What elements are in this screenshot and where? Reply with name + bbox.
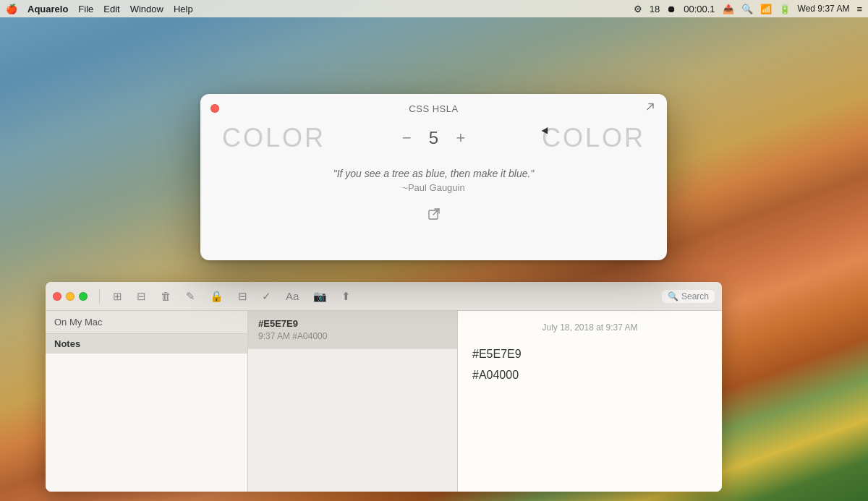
table-icon[interactable]: ⊟	[234, 288, 252, 305]
menubar: 🍎 Aquarelo File Edit Window Help ⚙ 18 ⏺ …	[0, 0, 868, 17]
record-icon[interactable]: ⏺	[667, 4, 676, 14]
grid-view-icon[interactable]: ⊟	[132, 288, 150, 305]
notes-sidebar: On My Mac Notes	[46, 311, 248, 492]
notes-content: July 18, 2018 at 9:37 AM #E5E7E9 #A04000	[458, 311, 722, 492]
timer-display: 00:00.1	[684, 4, 715, 14]
share-note-icon[interactable]: ⬆	[337, 288, 355, 305]
notes-body: On My Mac Notes #E5E7E9 9:37 AM #A04000 …	[46, 311, 722, 492]
fullscreen-button-notes[interactable]	[79, 292, 88, 301]
stepper-value: 5	[423, 128, 445, 148]
delete-note-icon[interactable]: 🗑	[156, 288, 176, 304]
notes-middle: #E5E7E9 9:37 AM #A04000	[248, 311, 458, 492]
notification-center-icon[interactable]: ≡	[856, 4, 862, 14]
note-item-selected[interactable]: #E5E7E9 9:37 AM #A04000	[248, 311, 457, 349]
wifi-icon[interactable]: 📶	[760, 4, 772, 14]
system-prefs-icon[interactable]: ⚙	[634, 4, 642, 14]
note-content-line1: #E5E7E9	[472, 344, 707, 365]
file-menu[interactable]: File	[78, 4, 93, 14]
external-link-icon[interactable]	[427, 207, 441, 223]
stepper-plus-button[interactable]: +	[456, 130, 466, 146]
apple-menu[interactable]: 🍎	[6, 4, 17, 14]
stepper: − 5 +	[402, 128, 466, 148]
color-label-left: COLOR	[222, 123, 326, 153]
spotlight-icon[interactable]: 🔍	[741, 4, 753, 14]
minimize-button-notes[interactable]	[66, 292, 75, 301]
note-date: July 18, 2018 at 9:37 AM	[472, 322, 707, 333]
close-button[interactable]	[210, 104, 219, 113]
quote-author: ~Paul Gauguin	[333, 182, 535, 193]
search-icon: 🔍	[668, 291, 678, 301]
toolbar-separator-1	[99, 289, 100, 304]
quote-text: "If you see a tree as blue, then make it…	[333, 168, 535, 179]
checklist-icon[interactable]: ✓	[258, 288, 276, 305]
color-row: COLOR − 5 + COLOR	[222, 123, 645, 153]
edit-note-icon[interactable]: ✎	[182, 288, 200, 305]
format-icon[interactable]: Aa	[281, 288, 303, 304]
edit-menu[interactable]: Edit	[103, 4, 119, 14]
search-label[interactable]: Search	[681, 291, 709, 301]
menubar-right: ⚙ 18 ⏺ 00:00.1 📤 🔍 📶 🔋 Wed 9:37 AM ≡	[634, 4, 862, 14]
sidebar-toggle-icon[interactable]: ⊞	[109, 288, 127, 305]
close-button-notes[interactable]	[53, 292, 61, 301]
window-titlebar: CSS HSLA	[200, 94, 667, 123]
battery-icon[interactable]: 18	[650, 4, 660, 14]
note-content-line2: #A04000	[472, 365, 707, 386]
notes-category[interactable]: Notes	[46, 334, 247, 354]
sidebar-header: On My Mac	[46, 311, 247, 334]
note-item-title: #E5E7E9	[258, 318, 447, 329]
media-icon[interactable]: 📷	[309, 288, 331, 305]
notes-window: ⊞ ⊟ 🗑 ✎ 🔒 ⊟ ✓ Aa 📷 ⬆ 🔍 Search On My Mac …	[46, 282, 722, 492]
lock-note-icon[interactable]: 🔒	[205, 288, 228, 305]
battery-status-icon: 🔋	[779, 4, 791, 14]
share-icon[interactable]: 📤	[723, 4, 734, 14]
menubar-left: 🍎 Aquarelo File Edit Window Help	[6, 4, 193, 14]
quote-section: "If you see a tree as blue, then make it…	[333, 168, 535, 193]
stepper-minus-button[interactable]: −	[402, 130, 412, 146]
clock-display: Wed 9:37 AM	[798, 4, 850, 14]
color-label-right: COLOR	[542, 123, 645, 153]
notes-list	[46, 354, 247, 492]
note-content-body: #E5E7E9 #A04000	[472, 344, 707, 386]
traffic-lights	[53, 292, 88, 301]
window-body: COLOR − 5 + COLOR "If you see a tree as …	[200, 123, 667, 260]
window-menu[interactable]: Window	[130, 4, 163, 14]
window-action-icon[interactable]	[644, 100, 657, 117]
app-name-menu[interactable]: Aquarelo	[27, 4, 68, 14]
toolbar-search: 🔍 Search	[662, 290, 715, 303]
note-item-meta: 9:37 AM #A04000	[258, 331, 447, 341]
aquarelo-window: CSS HSLA COLOR − 5 + COLOR "If you see a…	[200, 94, 667, 260]
help-menu[interactable]: Help	[174, 4, 193, 14]
window-title: CSS HSLA	[409, 103, 458, 114]
notes-toolbar: ⊞ ⊟ 🗑 ✎ 🔒 ⊟ ✓ Aa 📷 ⬆ 🔍 Search	[46, 282, 722, 311]
